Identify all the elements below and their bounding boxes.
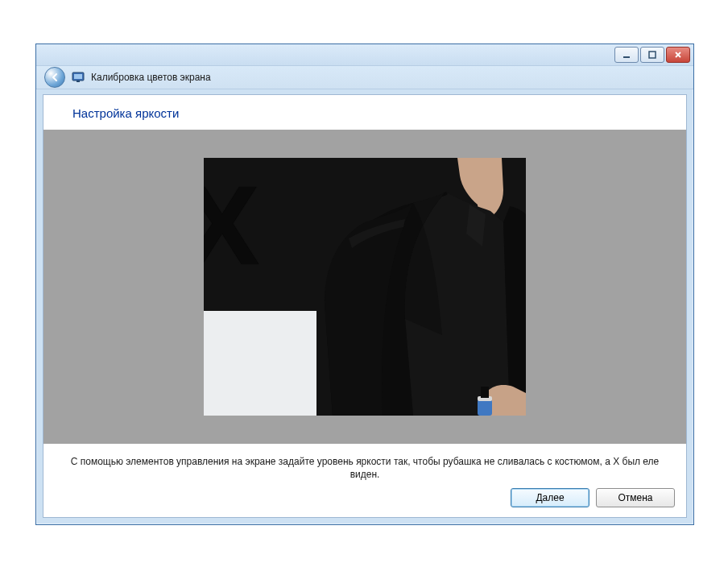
button-row: Далее Отмена [511,488,675,507]
wizard-window: Калибровка цветов экрана Настройка яркос… [35,43,694,525]
back-button[interactable] [44,67,65,88]
calibration-image-area: X [43,130,686,444]
maximize-button[interactable] [640,47,664,63]
cancel-button[interactable]: Отмена [596,488,675,507]
calibration-person [204,158,526,416]
page-heading: Настройка яркости [43,95,686,130]
svg-rect-4 [77,81,80,82]
header-bar: Калибровка цветов экрана [36,66,693,89]
header-title: Калибровка цветов экрана [91,72,211,83]
svg-rect-5 [478,399,492,416]
calibration-reference-image: X [204,158,526,416]
svg-rect-0 [623,56,630,58]
window-controls [614,47,690,63]
app-icon [72,71,85,84]
minimize-button[interactable] [614,47,639,63]
titlebar [36,44,693,66]
svg-rect-3 [74,74,82,79]
next-button[interactable]: Далее [511,488,589,507]
svg-rect-7 [481,387,489,398]
close-button[interactable] [666,47,690,63]
svg-rect-1 [649,52,656,58]
content-panel: Настройка яркости X [43,94,687,518]
instruction-text: С помощью элементов управления на экране… [43,444,686,481]
